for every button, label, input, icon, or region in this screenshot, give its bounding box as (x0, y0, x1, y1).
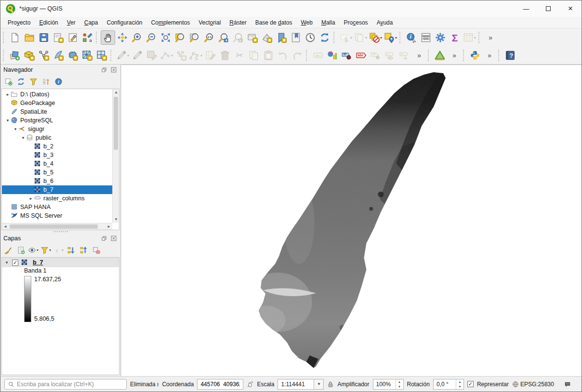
scale-dropdown-icon[interactable]: ▼ (314, 379, 324, 390)
python-console-button[interactable] (468, 48, 482, 63)
layer-expander-icon[interactable]: ▾ (4, 260, 10, 265)
lock-scale-icon[interactable] (327, 381, 334, 388)
save-project-button[interactable] (37, 30, 51, 45)
browser-item-d-datos[interactable]: ▸D:\ (Datos) (2, 90, 112, 99)
new-temporary-scratch-layer-button[interactable] (66, 48, 80, 63)
browser-item-raster-columns[interactable]: ▸raster_columns (2, 194, 112, 203)
menu-base-de-datos[interactable]: Base de datos (251, 18, 297, 27)
menu-malla[interactable]: Malla (317, 18, 340, 27)
browser-vertical-scrollbar[interactable]: ▲ ▼ (112, 89, 119, 223)
dropdown-arrow-icon[interactable]: ▾ (395, 36, 397, 40)
manage-map-themes-button[interactable]: ▾ (27, 244, 39, 256)
toolbar-grip[interactable] (463, 50, 466, 61)
refresh-browser-button[interactable] (15, 76, 26, 87)
scroll-up-icon[interactable]: ▲ (113, 89, 119, 96)
toolbar-grip[interactable] (3, 50, 6, 61)
pin-labels-button[interactable]: ab (340, 48, 354, 63)
scale-combo[interactable]: 1:114441 ▼ (278, 379, 324, 390)
browser-item-postgresql[interactable]: ▾PostgreSQL (2, 116, 112, 125)
highlight-labels-button[interactable]: abc (354, 48, 369, 63)
open-layer-styling-button[interactable] (2, 244, 14, 256)
help-contents-button[interactable]: ? (503, 48, 517, 63)
toggle-editing-button[interactable] (130, 48, 145, 63)
remove-layer-button[interactable] (90, 244, 102, 256)
processing-toolbox-button[interactable] (433, 30, 448, 45)
toolbar-grip[interactable] (399, 32, 403, 43)
spin-down-icon[interactable]: ▼ (456, 384, 463, 389)
temporal-controller-button[interactable] (303, 30, 317, 45)
browser-item-geopackage[interactable]: GeoPackage (2, 99, 112, 107)
undo-button[interactable] (276, 48, 290, 63)
menu-proyecto[interactable]: Proyecto (3, 18, 35, 27)
crs-status[interactable]: EPSG:25830 (512, 381, 554, 388)
spin-up-icon[interactable]: ▲ (456, 379, 463, 384)
tree-expander-icon[interactable]: ▸ (28, 196, 34, 201)
dropdown-arrow-icon[interactable]: ▾ (37, 248, 39, 252)
style-manager-button[interactable] (66, 30, 80, 45)
browser-item-b-7[interactable]: b_7 (2, 185, 112, 194)
new-mesh-layer-button[interactable] (80, 48, 94, 63)
toolbar-grip[interactable] (96, 32, 99, 43)
menu-edici-n[interactable]: Edición (35, 18, 62, 27)
toolbar-grip[interactable] (498, 50, 502, 61)
zoom-native-resolution-button[interactable]: 1:1 (202, 30, 216, 45)
menu-complementos[interactable]: Complementos (147, 18, 195, 27)
show-bookmarks-button[interactable] (289, 30, 303, 45)
delete-selected-button[interactable] (218, 48, 232, 63)
filter-by-expression-button[interactable]: ε▾ (53, 244, 64, 256)
project-properties-button[interactable]: a (80, 30, 94, 45)
magnifier-spinbox[interactable]: 100% ▲▼ (373, 379, 404, 390)
minimize-button[interactable]: — (515, 0, 537, 17)
browser-item-b-4[interactable]: b_4 (2, 159, 112, 168)
expand-all-layers-button[interactable] (65, 244, 77, 256)
new-3d-map-view-button[interactable] (260, 30, 274, 45)
locator-search[interactable] (4, 379, 127, 390)
zoom-in-button[interactable] (130, 30, 144, 45)
browser-item-b-3[interactable]: b_3 (2, 151, 112, 159)
python-overflow-button[interactable]: » (482, 48, 497, 63)
save-edits-button[interactable] (145, 48, 159, 63)
refresh-map-button[interactable] (317, 30, 332, 45)
browser-item-b-2[interactable]: b_2 (2, 142, 112, 151)
tree-expander-icon[interactable]: ▾ (5, 118, 11, 123)
scroll-left-icon[interactable]: ◄ (2, 223, 9, 230)
map-canvas[interactable] (121, 65, 582, 376)
browser-item-b-6[interactable]: b_6 (2, 177, 112, 185)
new-spatialite-layer-button[interactable] (51, 48, 66, 63)
new-spatial-bookmark-button[interactable] (274, 30, 289, 45)
toolbar-grip[interactable] (110, 50, 114, 61)
select-features-button[interactable]: ▾ (338, 30, 353, 45)
spin-up-icon[interactable]: ▲ (396, 379, 403, 384)
render-checkbox[interactable]: ✓ (467, 381, 474, 387)
select-by-value-button[interactable]: ▾ (353, 30, 368, 45)
toolbar-grip[interactable] (428, 50, 431, 61)
layers-close-button[interactable] (110, 235, 118, 242)
scroll-down-icon[interactable]: ▼ (113, 216, 119, 223)
vertex-tool-button[interactable]: ▾ (188, 48, 203, 63)
zoom-to-selection-button[interactable] (173, 30, 187, 45)
scroll-right-icon[interactable]: ► (106, 223, 112, 230)
coordinate-field[interactable] (197, 379, 243, 390)
spin-down-icon[interactable]: ▼ (396, 384, 403, 389)
redo-button[interactable] (290, 48, 304, 63)
dropdown-arrow-icon[interactable]: ▾ (62, 248, 64, 252)
dropdown-arrow-icon[interactable]: ▾ (200, 53, 202, 58)
layer-diagram-button[interactable] (325, 48, 340, 63)
collapse-all-browser-button[interactable] (40, 76, 52, 87)
grass-tools-button[interactable] (433, 48, 447, 63)
copy-features-button[interactable] (247, 48, 261, 63)
dropdown-arrow-icon[interactable]: ▾ (49, 248, 51, 252)
new-shapefile-layer-button[interactable] (37, 48, 51, 63)
collapse-all-layers-button[interactable] (78, 244, 89, 256)
pan-map-button[interactable] (101, 30, 115, 45)
open-attribute-table-button[interactable]: ▾ (462, 30, 477, 45)
dropdown-arrow-icon[interactable]: ▾ (127, 53, 129, 58)
scrollbar-thumb[interactable] (10, 224, 98, 229)
locator-search-input[interactable] (17, 381, 123, 388)
zoom-out-button[interactable] (144, 30, 159, 45)
dropdown-arrow-icon[interactable]: ▾ (365, 36, 367, 40)
toolbar-grip[interactable] (3, 32, 6, 43)
browser-item-sigugr[interactable]: ▾sigugr (2, 125, 112, 133)
toolbar-grip[interactable] (333, 32, 337, 43)
menu-configuraci-n[interactable]: Configuración (102, 18, 146, 27)
